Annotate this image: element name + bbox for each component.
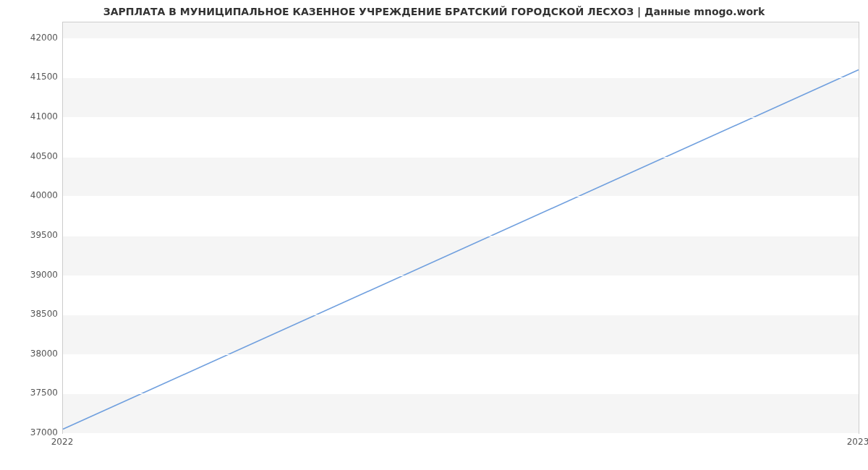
gridline (63, 77, 859, 78)
y-tick-label: 40000 (14, 190, 58, 200)
y-tick-label: 41500 (14, 72, 58, 82)
gridline (63, 157, 859, 158)
y-tick-label: 37500 (14, 388, 58, 398)
gridline (63, 38, 859, 39)
y-tick-label: 42000 (14, 33, 58, 43)
gridline (63, 433, 859, 434)
x-tick-label: 2023 (847, 437, 868, 447)
series-line (63, 70, 859, 430)
y-tick-label: 39000 (14, 270, 58, 280)
y-tick-label: 41000 (14, 111, 58, 121)
y-tick-label: 38500 (14, 309, 58, 319)
y-tick-label: 39500 (14, 230, 58, 240)
gridline (63, 196, 859, 197)
y-tick-label: 37000 (14, 427, 58, 437)
chart-container: ЗАРПЛАТА В МУНИЦИПАЛЬНОЕ КАЗЕННОЕ УЧРЕЖД… (0, 0, 868, 470)
y-tick-label: 38000 (14, 349, 58, 359)
plot-area (62, 22, 859, 434)
gridline (63, 315, 859, 315)
gridline (63, 393, 859, 394)
gridline (63, 275, 859, 276)
line-series (63, 22, 859, 433)
chart-title: ЗАРПЛАТА В МУНИЦИПАЛЬНОЕ КАЗЕННОЕ УЧРЕЖД… (0, 6, 868, 17)
gridline (63, 117, 859, 118)
gridline (63, 236, 859, 236)
gridline (63, 354, 859, 355)
x-tick-label: 2022 (51, 437, 74, 447)
y-tick-label: 40500 (14, 151, 58, 161)
